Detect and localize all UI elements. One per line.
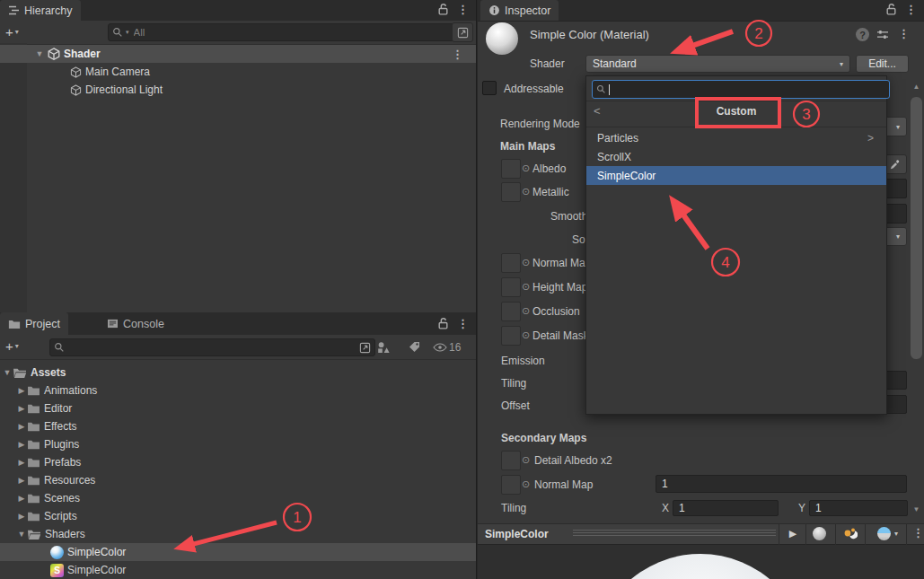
scrollbar-thumb[interactable] [911, 97, 922, 359]
tree-row-shaders[interactable]: ▼ Shaders [0, 525, 476, 543]
shader-popup-search[interactable] [592, 80, 890, 99]
shader-dropdown-value: Standard [593, 57, 637, 70]
tree-row-effects[interactable]: ▶ Effects [0, 417, 476, 435]
help-icon[interactable]: ? [856, 28, 869, 41]
visibility-eye-icon[interactable] [433, 343, 447, 352]
gameobject-row-directional-light[interactable]: Directional Light [0, 81, 476, 99]
tab-hierarchy[interactable]: Hierarchy [0, 0, 81, 21]
chevron-down-icon: ▾ [15, 28, 19, 36]
texture-slot[interactable] [501, 475, 521, 495]
target-icon[interactable]: ⊙ [522, 479, 530, 489]
search-by-label-icon[interactable] [409, 341, 420, 353]
preview-drag-handle[interactable] [573, 530, 776, 537]
scroll-down-icon[interactable]: ▼ [911, 505, 922, 513]
search-by-type-icon[interactable] [377, 341, 391, 354]
scene-more-icon[interactable]: ⋮ [452, 48, 463, 60]
edit-shader-button[interactable]: Edit... [856, 55, 909, 73]
preview-sphere-icon[interactable] [813, 527, 826, 540]
tree-row-animations[interactable]: ▶ Animations [0, 382, 476, 399]
normal-map-scale-field[interactable]: 1 [656, 475, 907, 493]
tree-row-editor[interactable]: ▶ Editor [0, 399, 476, 417]
tree-label: Editor [44, 402, 72, 415]
target-icon[interactable]: ⊙ [522, 163, 530, 173]
menu-item-label: Particles [597, 132, 638, 145]
presets-icon[interactable] [876, 29, 889, 40]
hierarchy-search-input[interactable] [132, 26, 452, 39]
shader-popup-search-input[interactable] [612, 83, 885, 96]
tree-row-prefabs[interactable]: ▶ Prefabs [0, 453, 476, 471]
expander-icon[interactable]: ▼ [16, 530, 27, 539]
more-icon[interactable]: ⋮ [457, 318, 469, 329]
more-icon[interactable]: ⋮ [905, 4, 917, 15]
addressable-checkbox[interactable] [482, 81, 497, 95]
chevron-down-icon[interactable]: ▾ [894, 530, 898, 538]
lock-icon[interactable] [437, 317, 449, 329]
scroll-up-icon[interactable]: ▲ [911, 83, 922, 91]
create-asset-button[interactable]: + ▾ [5, 338, 19, 354]
texture-slot[interactable] [501, 182, 521, 202]
gameobject-row-main-camera[interactable]: Main Camera [0, 63, 476, 81]
expander-icon[interactable]: ▶ [16, 386, 27, 395]
texture-slot[interactable] [501, 277, 521, 297]
expander-icon[interactable]: ▶ [16, 440, 27, 449]
scene-row-shader[interactable]: ▼ Shader ⋮ [0, 45, 476, 63]
expander-icon[interactable]: ▶ [16, 476, 27, 485]
more-icon[interactable]: ⋮ [457, 4, 469, 15]
texture-slot[interactable] [501, 451, 521, 470]
lock-icon[interactable] [885, 3, 897, 15]
expander-icon[interactable]: ▶ [16, 404, 27, 413]
menu-item-particles[interactable]: Particles > [586, 128, 886, 147]
tree-row-scenes[interactable]: ▶ Scenes [0, 489, 476, 507]
tab-console[interactable]: Console [99, 312, 172, 335]
expander-icon[interactable]: ▶ [16, 512, 27, 521]
target-icon[interactable]: ⊙ [522, 258, 530, 268]
preview-lighting-icon[interactable] [842, 526, 858, 541]
target-icon[interactable]: ⊙ [522, 330, 530, 340]
tab-label: Project [25, 318, 60, 330]
expander-icon[interactable]: ▼ [34, 49, 45, 58]
tree-row-assets[interactable]: ▼ Assets [0, 364, 476, 382]
asset-row-simplecolor-shader[interactable]: S SimpleColor [0, 561, 476, 579]
texture-slot[interactable] [501, 326, 521, 346]
text-cursor [609, 84, 610, 95]
menu-item-simplecolor[interactable]: SimpleColor [586, 166, 886, 185]
create-menu-button[interactable]: + ▾ [5, 24, 19, 39]
target-icon[interactable]: ⊙ [522, 306, 530, 316]
tree-row-resources[interactable]: ▶ Resources [0, 471, 476, 489]
target-icon[interactable]: ⊙ [522, 455, 530, 465]
property-label: Rendering Mode [500, 118, 580, 130]
play-icon[interactable]: ▶ [783, 526, 803, 540]
menu-item-label: SimpleColor [597, 170, 656, 182]
tab-inspector[interactable]: Inspector [480, 0, 559, 21]
tab-project[interactable]: Project [0, 312, 68, 335]
texture-slot[interactable] [501, 302, 521, 321]
target-icon[interactable]: ⊙ [522, 187, 530, 197]
tiling-y-field[interactable]: 1 [809, 500, 908, 516]
focus-window-button[interactable] [452, 22, 473, 42]
material-more-icon[interactable]: ⋮ [898, 28, 910, 39]
preview-environment-icon[interactable] [877, 527, 891, 540]
tree-row-plugins[interactable]: ▶ Plugins [0, 435, 476, 453]
texture-slot[interactable] [501, 253, 521, 273]
maximize-icon[interactable] [359, 342, 371, 354]
property-label: Emission [501, 355, 545, 367]
lock-icon[interactable] [437, 3, 449, 15]
material-preview-thumbnail [486, 22, 518, 55]
field-value: 1 [815, 502, 822, 514]
expander-icon[interactable]: ▶ [16, 458, 27, 467]
asset-row-simplecolor-material[interactable]: SimpleColor [0, 543, 476, 561]
menu-item-scrollx[interactable]: ScrollX [586, 147, 886, 166]
hierarchy-search[interactable]: ▾ [108, 23, 456, 41]
expander-icon[interactable]: ▼ [2, 368, 13, 377]
project-search-input[interactable] [67, 341, 356, 354]
tree-row-scripts[interactable]: ▶ Scripts [0, 507, 476, 525]
preview-more-icon[interactable]: ⋮ [912, 527, 924, 539]
shader-dropdown[interactable]: Standard ▾ [585, 55, 850, 73]
texture-slot[interactable] [501, 159, 521, 179]
expander-icon[interactable]: ▶ [16, 494, 27, 503]
target-icon[interactable]: ⊙ [522, 282, 530, 292]
tiling-x-field[interactable]: 1 [673, 500, 779, 516]
expander-icon[interactable]: ▶ [16, 422, 27, 431]
visible-count: 16 [449, 341, 461, 354]
project-search[interactable] [49, 338, 375, 356]
